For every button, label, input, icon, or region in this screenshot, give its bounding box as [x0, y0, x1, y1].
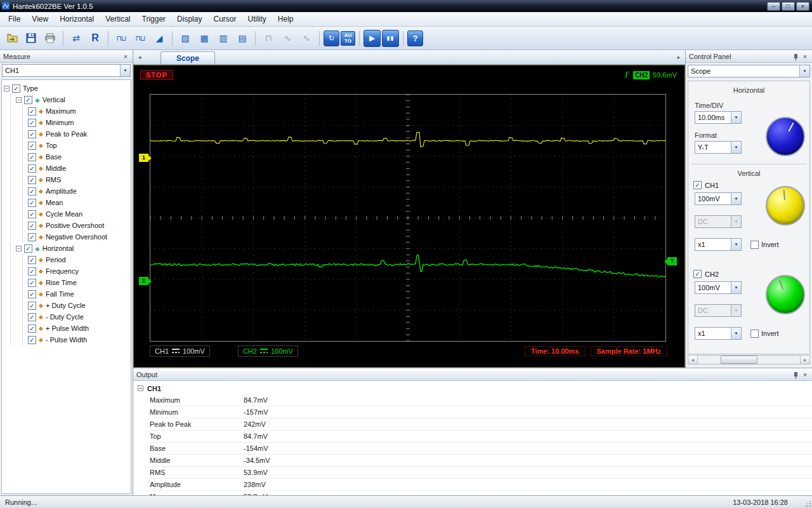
tree-item-base[interactable]: ✓◆Base [28, 151, 129, 163]
tree-item-amplitude[interactable]: ✓◆Amplitude [28, 185, 129, 197]
panel-mode-select[interactable]: Scope ▼ [688, 65, 810, 77]
ramp-wave-icon[interactable]: ◢ [150, 29, 168, 47]
checkbox[interactable]: ✓ [28, 267, 36, 276]
close-icon[interactable]: × [801, 371, 809, 378]
tree-item-minimum[interactable]: ✓◆Minimum [28, 117, 129, 128]
chevron-down-icon[interactable]: ▼ [731, 239, 741, 250]
ch2-probe-select[interactable]: x1▼ [695, 327, 742, 340]
window-arrange-icon[interactable]: ⇄ [67, 29, 85, 47]
tab-scroll-right-icon[interactable]: ▸ [674, 51, 683, 63]
resize-grip[interactable] [804, 500, 811, 507]
scroll-left-icon[interactable]: ◂ [688, 356, 698, 364]
smooth-wave-icon[interactable]: ∿ [298, 29, 315, 47]
horizontal-position-knob[interactable] [766, 117, 805, 156]
ch2-enable-checkbox[interactable]: ✓ [693, 270, 702, 278]
ch2-invert-checkbox[interactable]: Invert [750, 330, 779, 338]
tree-item-pulse-width[interactable]: ✓◆- Pulse Width [28, 334, 129, 345]
dual-wave-icon[interactable]: ⊓⊔ [131, 29, 149, 47]
chevron-down-icon[interactable]: ▼ [120, 65, 130, 76]
expander-icon[interactable]: − [16, 97, 22, 103]
checkbox[interactable]: ✓ [28, 324, 36, 333]
close-button[interactable]: × [796, 2, 809, 11]
pin-icon[interactable] [794, 54, 797, 58]
pause-icon[interactable]: ▮▮ [382, 30, 399, 47]
tab-scroll-left-icon[interactable]: ◂ [135, 51, 144, 63]
menu-display[interactable]: Display [171, 13, 207, 25]
start-icon[interactable]: ▶ [363, 30, 381, 47]
chevron-down-icon[interactable]: ▼ [731, 112, 741, 123]
tree-item-frequency[interactable]: ✓◆Frequency [28, 265, 129, 277]
checkbox[interactable]: ✓ [28, 210, 36, 218]
checkbox[interactable]: ✓ [28, 119, 36, 127]
checkbox[interactable]: ✓ [28, 290, 36, 298]
checkbox[interactable]: ✓ [28, 142, 36, 150]
tree-item-duty-cycle[interactable]: ✓◆- Duty Cycle [28, 311, 129, 323]
ch2-volts-select[interactable]: 100mV▼ [695, 281, 742, 294]
time-div-select[interactable]: 10.00ms ▼ [695, 111, 742, 124]
tree-item-top[interactable]: ✓◆Top [28, 140, 129, 151]
open-icon[interactable] [3, 29, 21, 47]
ch1-probe-select[interactable]: x1▼ [695, 238, 742, 251]
chevron-down-icon[interactable]: ▼ [731, 142, 741, 153]
square-wave-icon[interactable]: ⊓⊔ [112, 29, 130, 47]
chevron-down-icon[interactable]: ▼ [731, 328, 741, 339]
tree-item-rise-time[interactable]: ✓◆Rise Time [28, 277, 129, 288]
sine-wave-icon[interactable]: ∿ [278, 29, 296, 47]
menu-cursor[interactable]: Cursor [207, 13, 242, 25]
menu-vertical[interactable]: Vertical [100, 13, 136, 25]
chevron-down-icon[interactable]: ▼ [799, 65, 809, 77]
close-icon[interactable]: × [122, 53, 129, 60]
tree-item-cycle-mean[interactable]: ✓◆Cycle Mean [28, 208, 129, 220]
checkbox[interactable]: ✓ [24, 96, 32, 104]
horizontal-cursors-icon[interactable]: ▤ [233, 29, 251, 47]
menu-trigger[interactable]: Trigger [136, 13, 172, 25]
pin-icon[interactable] [794, 372, 797, 377]
tree-item-negative-overshoot[interactable]: ✓◆Negative Overshoot [28, 231, 129, 243]
checkbox[interactable]: ✓ [28, 153, 36, 161]
ch2-position-marker[interactable]: 2 [139, 277, 148, 285]
ch1-enable-checkbox[interactable]: ✓ [693, 181, 702, 189]
vertical-cursors-icon[interactable]: ▥ [214, 29, 232, 47]
menu-view[interactable]: View [26, 13, 54, 25]
close-icon[interactable]: × [801, 53, 809, 60]
tree-item-fall-time[interactable]: ✓◆Fall Time [28, 288, 129, 300]
checkbox[interactable]: ✓ [28, 130, 36, 138]
stop-indicator[interactable]: STOP [140, 70, 173, 80]
chevron-down-icon[interactable]: ▼ [731, 193, 741, 204]
checkbox[interactable]: ✓ [28, 279, 36, 287]
ch1-volts-select[interactable]: 100mV▼ [695, 192, 742, 205]
tree-item-positive-overshoot[interactable]: ✓◆Positive Overshoot [28, 220, 129, 231]
menu-horizontal[interactable]: Horizontal [54, 13, 100, 25]
tree-item-period[interactable]: ✓◆Period [28, 254, 129, 265]
ch1-position-knob[interactable] [766, 186, 805, 225]
ch1-invert-checkbox[interactable]: Invert [750, 241, 779, 249]
expander-icon[interactable]: − [4, 86, 10, 91]
checkbox[interactable]: ✓ [28, 302, 36, 310]
tree-item-duty-cycle[interactable]: ✓◆+ Duty Cycle [28, 300, 129, 311]
checkbox[interactable]: ✓ [28, 176, 36, 184]
checkbox[interactable]: ✓ [28, 336, 36, 344]
tree-item-middle[interactable]: ✓◆Middle [28, 163, 129, 174]
step-wave-icon[interactable]: ⊓ [259, 29, 277, 47]
expander-icon[interactable]: − [138, 385, 143, 391]
checkbox[interactable]: ✓ [12, 84, 20, 93]
tab-scope[interactable]: Scope [160, 51, 215, 64]
control-panel-scrollbar[interactable]: ◂ ▸ [688, 355, 810, 364]
tree-item-maximum[interactable]: ✓◆Maximum [28, 105, 129, 117]
trigger-level-marker[interactable]: T [667, 257, 677, 265]
tree-item-rms[interactable]: ✓◆RMS [28, 174, 129, 185]
tree-node-horizontal[interactable]: −✓◈Horizontal [16, 243, 129, 254]
menu-utility[interactable]: Utility [242, 13, 272, 25]
tree-node-vertical[interactable]: −✓◈Vertical [16, 94, 129, 105]
help-icon[interactable]: ? [407, 30, 423, 46]
checkbox[interactable]: ✓ [28, 256, 36, 264]
grid-icon[interactable]: ▦ [195, 29, 213, 47]
ch1-position-marker[interactable]: 1 [139, 154, 148, 162]
scroll-right-icon[interactable]: ▸ [800, 356, 809, 364]
checkbox[interactable]: ✓ [28, 187, 36, 196]
checkbox[interactable]: ✓ [28, 107, 36, 116]
format-select[interactable]: Y-T ▼ [695, 141, 742, 154]
menu-help[interactable]: Help [272, 13, 299, 25]
refresh-icon[interactable]: ↻ [324, 30, 339, 46]
checkbox[interactable]: ✓ [24, 244, 32, 253]
